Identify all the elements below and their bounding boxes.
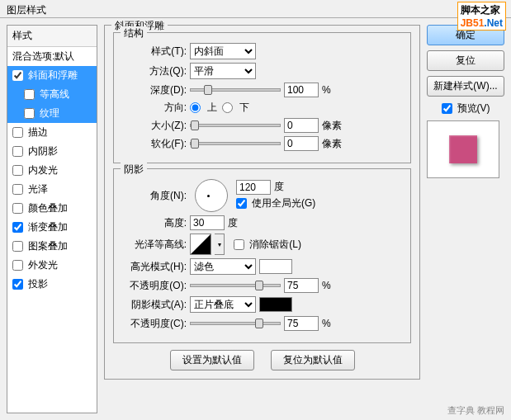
size-label: 大小(Z):	[122, 119, 187, 133]
gloss-dropdown-icon[interactable]: ▾	[215, 234, 225, 255]
sidebar-label-7: 颜色叠加	[28, 201, 68, 215]
sidebar-checkbox-5[interactable]	[12, 165, 23, 176]
window-title: 图层样式	[7, 4, 46, 16]
sidebar-checkbox-2[interactable]	[24, 108, 35, 119]
sidebar-header: 样式	[7, 26, 97, 47]
watermark-badge: 脚本之家 JB51.Net	[457, 2, 506, 31]
sidebar-item-9[interactable]: 图案叠加	[7, 237, 97, 256]
size-slider[interactable]	[190, 124, 281, 127]
sidebar-item-1[interactable]: 等高线	[7, 85, 97, 104]
structure-legend: 结构	[121, 26, 147, 40]
highlight-opacity-label: 不透明度(O):	[122, 279, 187, 293]
shadow-opacity-label: 不透明度(C):	[122, 317, 187, 331]
sidebar-label-5: 内发光	[28, 163, 58, 177]
sidebar-item-7[interactable]: 颜色叠加	[7, 199, 97, 218]
sidebar-item-11[interactable]: 投影	[7, 275, 97, 294]
angle-input[interactable]	[236, 180, 271, 195]
style-select[interactable]: 内斜面	[190, 43, 256, 59]
cancel-button[interactable]: 复位	[427, 50, 504, 71]
sidebar-label-8: 渐变叠加	[28, 220, 68, 234]
global-light-checkbox[interactable]	[236, 198, 247, 209]
sidebar-item-10[interactable]: 外发光	[7, 256, 97, 275]
shadow-opacity-input[interactable]	[284, 316, 319, 331]
direction-up-radio[interactable]	[190, 102, 201, 113]
shading-group: 阴影 角度(N): 度 使用全局光(G)	[113, 168, 411, 343]
titlebar: 图层样式	[0, 0, 511, 18]
shading-legend: 阴影	[121, 163, 147, 177]
bevel-panel: 斜面和浮雕 结构 样式(T): 内斜面 方法(Q): 平滑 深度(D): %	[104, 25, 420, 380]
sidebar-label-2: 纹理	[40, 106, 59, 120]
preview-swatch	[449, 135, 477, 163]
sidebar-label-11: 投影	[28, 277, 48, 291]
reset-default-button[interactable]: 复位为默认值	[271, 350, 355, 370]
method-select[interactable]: 平滑	[190, 63, 256, 79]
depth-input[interactable]	[284, 83, 319, 97]
sidebar-label-3: 描边	[28, 125, 48, 139]
sidebar-item-8[interactable]: 渐变叠加	[7, 218, 97, 237]
shadow-color-swatch[interactable]	[259, 297, 292, 312]
shadow-mode-select[interactable]: 正片叠底	[190, 296, 256, 313]
highlight-color-swatch[interactable]	[259, 259, 292, 274]
sidebar-label-1: 等高线	[40, 87, 69, 101]
direction-down-radio[interactable]	[222, 102, 233, 113]
shadow-mode-label: 阴影模式(A):	[122, 298, 187, 312]
soften-label: 软化(F):	[122, 137, 187, 151]
sidebar-label-10: 外发光	[28, 258, 58, 272]
sidebar-checkbox-6[interactable]	[12, 184, 23, 195]
shadow-opacity-slider[interactable]	[190, 322, 281, 325]
highlight-opacity-input[interactable]	[284, 278, 319, 293]
sidebar-blending-options[interactable]: 混合选项:默认	[7, 47, 97, 66]
sidebar-label-9: 图案叠加	[28, 239, 68, 253]
sidebar-checkbox-11[interactable]	[12, 279, 23, 290]
sidebar-checkbox-3[interactable]	[12, 127, 23, 138]
direction-label: 方向:	[122, 101, 187, 115]
sidebar-checkbox-10[interactable]	[12, 260, 23, 271]
sidebar-item-4[interactable]: 内阴影	[7, 142, 97, 161]
depth-slider[interactable]	[190, 88, 281, 92]
sidebar-checkbox-7[interactable]	[12, 203, 23, 214]
gloss-label: 光泽等高线:	[122, 238, 187, 252]
styles-sidebar: 样式 混合选项:默认 斜面和浮雕等高线纹理描边内阴影内发光光泽颜色叠加渐变叠加图…	[7, 25, 97, 413]
sidebar-item-0[interactable]: 斜面和浮雕	[7, 66, 97, 85]
sidebar-item-2[interactable]: 纹理	[7, 104, 97, 123]
sidebar-label-6: 光泽	[28, 182, 48, 196]
preview-checkbox[interactable]	[442, 103, 452, 114]
altitude-label: 高度:	[122, 216, 187, 230]
angle-wheel[interactable]	[195, 179, 228, 212]
angle-label: 角度(N):	[122, 189, 187, 203]
method-label: 方法(Q):	[122, 64, 187, 78]
sidebar-checkbox-9[interactable]	[12, 241, 23, 252]
sidebar-checkbox-0[interactable]	[12, 70, 23, 81]
sidebar-item-3[interactable]: 描边	[7, 123, 97, 142]
sidebar-checkbox-8[interactable]	[12, 222, 23, 233]
footer-watermark: 查字典 教程网	[447, 404, 504, 417]
soften-slider[interactable]	[190, 142, 281, 145]
highlight-mode-label: 高光模式(H):	[122, 260, 187, 274]
depth-label: 深度(D):	[122, 83, 187, 97]
sidebar-label-0: 斜面和浮雕	[28, 68, 78, 83]
highlight-mode-select[interactable]: 滤色	[190, 258, 256, 275]
highlight-opacity-slider[interactable]	[190, 284, 281, 287]
sidebar-label-4: 内阴影	[28, 144, 58, 158]
antialias-checkbox[interactable]	[234, 239, 244, 250]
sidebar-checkbox-4[interactable]	[12, 146, 23, 157]
size-input[interactable]	[284, 118, 319, 133]
style-label: 样式(T):	[122, 45, 187, 59]
structure-group: 结构 样式(T): 内斜面 方法(Q): 平滑 深度(D): % 方向:	[113, 32, 411, 163]
sidebar-item-6[interactable]: 光泽	[7, 180, 97, 199]
sidebar-item-5[interactable]: 内发光	[7, 161, 97, 180]
altitude-input[interactable]	[190, 215, 225, 230]
soften-input[interactable]	[284, 136, 319, 151]
make-default-button[interactable]: 设置为默认值	[170, 350, 254, 370]
new-style-button[interactable]: 新建样式(W)...	[427, 76, 504, 97]
preview-box	[427, 120, 499, 178]
sidebar-checkbox-1[interactable]	[24, 89, 35, 100]
gloss-contour-swatch[interactable]	[190, 234, 211, 255]
